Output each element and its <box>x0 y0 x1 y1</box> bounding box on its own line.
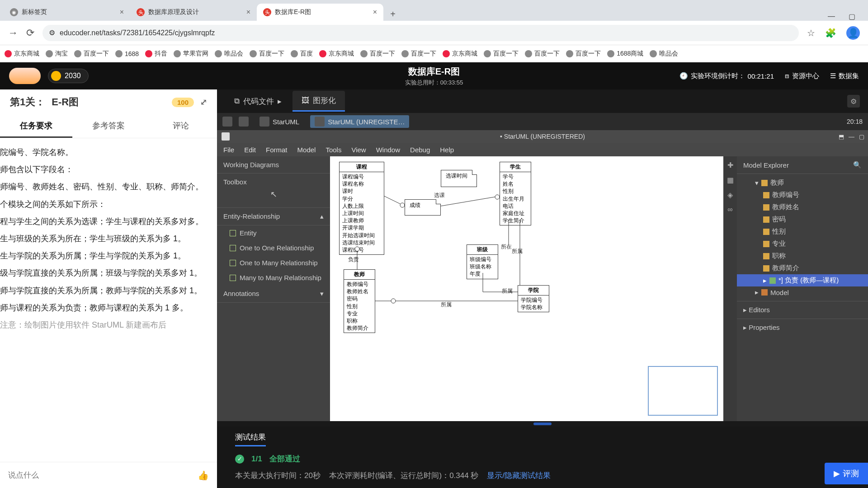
bookmark-item[interactable]: 百度一下 <box>484 50 519 58</box>
tab-requirements[interactable]: 任务要求 <box>0 115 72 138</box>
toolbox-section[interactable]: Toolbox ↖ <box>217 174 330 208</box>
menu-format[interactable]: Format <box>266 146 288 154</box>
er-group-header[interactable]: Entity-Relationship▴ <box>217 208 330 225</box>
tool-entity[interactable]: Entity <box>217 225 330 240</box>
bookmark-item[interactable]: 京东商城 <box>443 50 477 58</box>
bookmark-item[interactable]: 百度一下 <box>566 50 601 58</box>
thumbs-up-icon[interactable]: 👍 <box>198 470 209 481</box>
entity-college[interactable]: 学院 学院编号学院名称 <box>518 285 549 312</box>
bookmark-item[interactable]: 京东商城 <box>319 50 354 58</box>
workspace-settings-button[interactable]: ⚙ <box>847 95 860 108</box>
toggle-results-link[interactable]: 显示/隐藏测试结果 <box>487 471 551 480</box>
menu-window[interactable]: Window <box>376 146 400 154</box>
results-tab[interactable]: 测试结果 <box>235 432 266 446</box>
extensions-icon[interactable]: 🧩 <box>825 28 836 38</box>
expand-icon[interactable]: ⤢ <box>200 97 207 107</box>
tree-node[interactable]: 教师姓名 <box>737 201 868 213</box>
close-icon[interactable]: × <box>120 8 124 16</box>
close-icon[interactable]: × <box>246 8 250 16</box>
bookmark-item[interactable]: 百度一下 <box>360 50 395 58</box>
close-icon[interactable]: × <box>373 8 377 16</box>
grid-icon[interactable]: ▦ <box>727 176 734 184</box>
tree-node[interactable]: ▾教师 <box>737 177 868 189</box>
site-info-icon[interactable]: ⚙ <box>49 28 55 37</box>
apps-menu-icon[interactable] <box>222 117 232 127</box>
browser-tab-active[interactable]: 头 数据库E-R图 × <box>257 4 383 21</box>
url-input[interactable]: ⚙ educoder.net/tasks/72381/1654225/cjygs… <box>42 25 799 41</box>
cursor-icon[interactable]: ↖ <box>223 186 324 203</box>
bookmark-item[interactable]: 京东商城 <box>5 50 39 58</box>
relation-score[interactable]: 成绩 <box>405 199 441 216</box>
minimap[interactable] <box>648 366 718 416</box>
taskbar-app[interactable]: StarUML <box>255 115 304 128</box>
dataset-link[interactable]: ☰ 数据集 <box>830 72 859 80</box>
comment-input[interactable] <box>8 471 198 480</box>
tab-comments[interactable]: 评论 <box>145 115 217 138</box>
annotations-section[interactable]: Annotations▾ <box>217 285 330 303</box>
window-minimize-icon[interactable]: — <box>828 12 835 21</box>
terminal-icon[interactable] <box>239 117 249 127</box>
tool-one-to-many[interactable]: One to Many Relationship <box>217 255 330 270</box>
tree-node-selected[interactable]: ▸*] 负责 (教师—课程) <box>737 274 868 286</box>
entity-class[interactable]: 班级 班级编号班级名称 年度 <box>467 244 498 279</box>
tool-many-to-many[interactable]: Many to Many Relationship <box>217 270 330 285</box>
window-titlebar[interactable]: • StarUML (UNREGISTERED) ⬒ — ▢ <box>217 130 868 143</box>
relation-select-time[interactable]: 选课时间 <box>441 170 477 187</box>
new-tab-button[interactable]: + <box>386 7 400 21</box>
forward-icon[interactable]: → <box>8 27 18 39</box>
browser-tab[interactable]: ◉ 新标签页 × <box>4 4 130 21</box>
properties-section[interactable]: ▸ Properties <box>737 319 868 336</box>
tree-node[interactable]: ▸Model <box>737 286 868 298</box>
bookmark-item[interactable]: 1688商城 <box>607 50 643 58</box>
tree-node[interactable]: 教师编号 <box>737 189 868 201</box>
bookmark-item[interactable]: 百度一下 <box>525 50 560 58</box>
tree-node[interactable]: 性别 <box>737 225 868 238</box>
tree-node[interactable]: 专业 <box>737 238 868 250</box>
bookmark-item[interactable]: 百度一下 <box>401 50 436 58</box>
share-icon[interactable]: ∞ <box>727 206 732 214</box>
menu-model[interactable]: Model <box>297 146 316 154</box>
tree-node[interactable]: 职称 <box>737 250 868 262</box>
menu-tools[interactable]: Tools <box>326 146 341 154</box>
reload-icon[interactable]: ⟳ <box>26 27 34 39</box>
restore-icon[interactable]: ⬒ <box>839 133 844 140</box>
resource-center-link[interactable]: ⧈ 资源中心 <box>785 72 819 80</box>
tab-answer[interactable]: 参考答案 <box>72 115 145 138</box>
bookmark-item[interactable]: 淘宝 <box>46 50 68 58</box>
browser-tab[interactable]: 头 数据库原理及设计 × <box>130 4 257 21</box>
tool-one-to-one[interactable]: One to One Relationship <box>217 240 330 255</box>
editors-section[interactable]: ▸ Editors <box>737 301 868 319</box>
menu-help[interactable]: Help <box>440 146 454 154</box>
menu-debug[interactable]: Debug <box>410 146 430 154</box>
menu-edit[interactable]: Edit <box>244 146 256 154</box>
bookmark-item[interactable]: 唯品会 <box>650 50 678 58</box>
bookmark-item[interactable]: 百度 <box>291 50 313 58</box>
minimize-icon[interactable]: — <box>849 133 854 140</box>
puzzle-icon[interactable]: ✚ <box>727 161 733 169</box>
maximize-icon[interactable]: ▢ <box>859 133 864 140</box>
bookmark-item[interactable]: 唯品会 <box>215 50 243 58</box>
star-icon[interactable]: ☆ <box>807 28 815 38</box>
coin-counter[interactable]: 2030 <box>48 69 89 83</box>
tab-graphical[interactable]: 🖼 图形化 <box>292 91 345 112</box>
bookmark-item[interactable]: 百度一下 <box>74 50 109 58</box>
profile-avatar[interactable]: 👤 <box>846 26 860 40</box>
bookmark-item[interactable]: 1688 <box>115 50 139 57</box>
bookmark-item[interactable]: 百度一下 <box>250 50 284 58</box>
search-icon[interactable]: 🔍 <box>853 161 862 169</box>
working-diagrams-section[interactable]: Working Diagrams <box>217 156 330 174</box>
entity-teacher[interactable]: 教师 教师编号教师姓名 密码性别 专业职称 教师简介 <box>344 269 375 333</box>
evaluate-button[interactable]: ▶ 评测 <box>825 463 868 484</box>
entity-course[interactable]: 课程 课程编号课程名称 课时学分 人数上限上课时间 上课教师开课学期 开始选课时… <box>339 162 384 255</box>
tab-code-file[interactable]: ⧉ 代码文件 ▸ <box>225 92 291 111</box>
diagram-canvas[interactable]: 课程 课程编号课程名称 课时学分 人数上限上课时间 上课教师开课学期 开始选课时… <box>330 156 723 421</box>
taskbar-window-active[interactable]: StarUML (UNREGISTE… <box>310 115 409 128</box>
entity-student[interactable]: 学生 学号姓名 性别出生年月 电话家庭住址 学生简介 <box>500 162 531 225</box>
menu-file[interactable]: File <box>223 146 234 154</box>
bookmark-item[interactable]: 苹果官网 <box>174 50 208 58</box>
resize-handle[interactable] <box>217 421 868 427</box>
tree-node[interactable]: 密码 <box>737 213 868 225</box>
tree-node[interactable]: 教师简介 <box>737 262 868 274</box>
bookmark-item[interactable]: 抖音 <box>145 50 167 58</box>
target-icon[interactable]: ◈ <box>727 191 733 199</box>
